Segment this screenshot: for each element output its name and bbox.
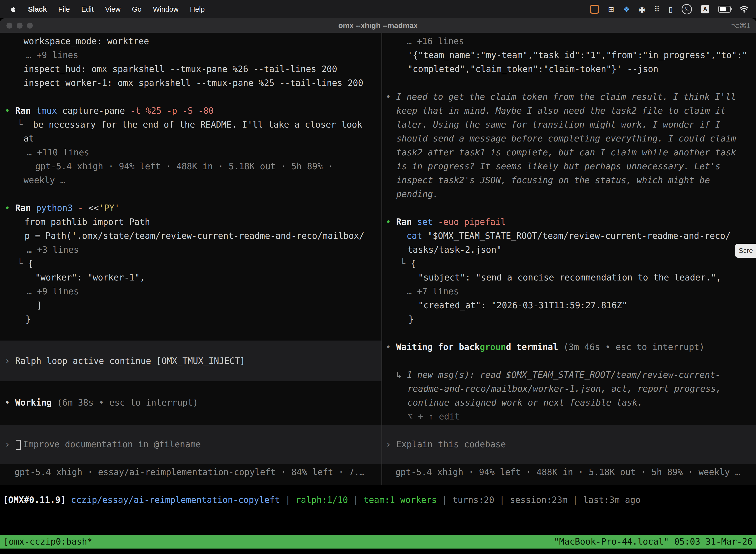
text-segment: | bbox=[437, 495, 452, 505]
close-button[interactable] bbox=[6, 22, 12, 29]
terminal-line: └ be necessary for the end of the README… bbox=[17, 118, 362, 131]
menu-view[interactable]: View bbox=[105, 5, 121, 13]
text-segment: Ralph loop active continue [OMX_TMUX_INJ… bbox=[15, 356, 245, 366]
terminal-line: is in progress? It seems likely but perh… bbox=[396, 159, 720, 173]
text-segment: ] bbox=[37, 300, 42, 310]
text-segment: … +110 lines bbox=[26, 148, 89, 157]
menu-help[interactable]: Help bbox=[190, 5, 205, 13]
text-segment: -euo pipefail bbox=[438, 217, 506, 227]
terminal-line: tasks/task-2.json" bbox=[407, 243, 502, 257]
text-segment: } bbox=[25, 314, 31, 324]
screen-recording-icon[interactable] bbox=[590, 5, 599, 14]
menu-bar-status-icons: ⊞ ❖ ◉ ⠿ ▯ 61 A bbox=[590, 4, 756, 14]
text-segment: Explain this codebase bbox=[396, 439, 506, 449]
terminal-pane-right: … +16 lines'{"team_name":"my-team","task… bbox=[382, 33, 756, 485]
text-segment: - bbox=[78, 203, 88, 213]
terminal-line: └ { bbox=[17, 257, 33, 271]
terminal-line: p = Path('.omx/state/team/review-current… bbox=[24, 229, 364, 243]
window-title: omx --xhigh --madmax bbox=[0, 21, 756, 30]
text-segment: | bbox=[494, 495, 510, 505]
terminal: workspace_mode: worktree… +9 linesinspec… bbox=[0, 33, 756, 485]
text-segment: | bbox=[348, 495, 364, 505]
text-segment: "$OMX_TEAM_STATE_ROOT/team/review-curren… bbox=[427, 231, 731, 241]
terminal-line: › Ralph loop active continue [OMX_TMUX_I… bbox=[5, 354, 245, 368]
terminal-line: } bbox=[25, 312, 31, 326]
text-segment: | bbox=[280, 495, 296, 505]
text-segment: … +7 lines bbox=[406, 286, 459, 296]
hidden-bar-icon[interactable]: ▯ bbox=[669, 5, 673, 14]
app-grid-icon[interactable]: ⠿ bbox=[654, 5, 660, 14]
text-segment: (6m 38s • esc to interrupt) bbox=[57, 398, 198, 407]
text-segment: groun bbox=[480, 342, 506, 352]
terminal-line: … +3 lines bbox=[26, 243, 79, 257]
text-segment: … +9 lines bbox=[26, 50, 78, 60]
text-segment: (3m 46s • esc to interrupt) bbox=[558, 342, 704, 352]
tmux-status-bar: [omx-cczip0:bash* "MacBook-Pro-44.local"… bbox=[0, 535, 756, 549]
text-segment: p = Path('.omx/state/team/review-current… bbox=[24, 231, 364, 241]
terminal-line: └ { bbox=[400, 257, 416, 271]
window-manager-icon[interactable]: ⊞ bbox=[608, 5, 614, 14]
dark-app-icon[interactable]: ◉ bbox=[639, 5, 645, 14]
text-segment: '{"team_name":"my-team","task_id":"1","f… bbox=[407, 50, 747, 60]
text-segment: last:3m ago bbox=[583, 495, 641, 505]
text-segment: is in progress? It seems likely but perh… bbox=[396, 161, 720, 171]
blue-app-icon[interactable]: ❖ bbox=[623, 5, 630, 14]
text-segment: └ bbox=[17, 120, 33, 129]
menu-go[interactable]: Go bbox=[132, 5, 142, 13]
terminal-line: • Ran python3 - <<'PY' bbox=[5, 201, 120, 215]
text-cursor bbox=[16, 440, 21, 450]
text-segment: << bbox=[88, 203, 99, 213]
apple-menu-icon[interactable] bbox=[10, 5, 17, 13]
text-segment: › bbox=[5, 439, 15, 449]
terminal-line: … +7 lines bbox=[406, 284, 459, 298]
text-segment: … +3 lines bbox=[26, 245, 79, 255]
tmux-session-window: [omx-cczip0:bash* bbox=[3, 537, 92, 547]
text-segment: { bbox=[411, 259, 416, 269]
terminal-line: gpt-5.4 xhigh · essay/ai-reimplementatio… bbox=[14, 465, 365, 479]
text-segment: team:1 workers bbox=[364, 495, 437, 505]
zoom-button[interactable] bbox=[27, 22, 33, 29]
text-segment: • bbox=[386, 92, 396, 102]
terminal-line: • Ran set -euo pipefail bbox=[386, 215, 506, 229]
screenshot-thumbnail[interactable]: Scre bbox=[735, 244, 756, 258]
terminal-line: "subject": "send a concise recommendatio… bbox=[418, 271, 721, 284]
terminal-line: › Explain this codebase bbox=[386, 437, 506, 451]
text-segment: Waiting for back bbox=[396, 342, 480, 352]
text-segment: later. Using the same for transition mig… bbox=[396, 120, 720, 129]
terminal-line: weekly … bbox=[23, 173, 65, 187]
window-title-bar[interactable]: omx --xhigh --madmax ⌥⌘1 bbox=[0, 18, 756, 33]
terminal-line: … +110 lines bbox=[26, 146, 89, 159]
text-segment: └ bbox=[17, 259, 28, 269]
menu-bar-left: Slack File Edit View Go Window Help bbox=[0, 5, 205, 13]
terminal-line: task2 after task1 is complete, but can I… bbox=[396, 146, 736, 159]
menu-edit[interactable]: Edit bbox=[81, 5, 94, 13]
terminal-line: • Working (6m 38s • esc to interrupt) bbox=[5, 396, 198, 409]
text-segment: gpt-5.4 xhigh · 94% left · 488K in · 5.1… bbox=[395, 467, 740, 477]
battery-percentage-icon[interactable]: 61 bbox=[682, 4, 692, 14]
battery-icon[interactable] bbox=[718, 6, 731, 13]
menu-window[interactable]: Window bbox=[153, 5, 179, 13]
text-segment: | bbox=[567, 495, 583, 505]
text-segment: tasks/task-2.json" bbox=[407, 245, 502, 255]
menu-bar: Slack File Edit View Go Window Help ⊞ ❖ … bbox=[0, 0, 756, 18]
text-segment: Ran bbox=[15, 106, 36, 116]
active-app-name[interactable]: Slack bbox=[28, 5, 47, 13]
menu-file[interactable]: File bbox=[58, 5, 70, 13]
text-segment: { bbox=[28, 259, 33, 269]
wifi-icon[interactable] bbox=[740, 5, 749, 13]
text-segment: • bbox=[5, 398, 15, 407]
text-segment: at bbox=[23, 133, 34, 144]
window-controls bbox=[0, 22, 33, 29]
terminal-line: gpt-5.4 xhigh · 94% left · 488K in · 5.1… bbox=[395, 465, 740, 479]
terminal-line: ] bbox=[37, 298, 42, 312]
text-segment: gpt-5.4 xhigh · essay/ai-reimplementatio… bbox=[14, 467, 365, 477]
text-segment: tmux bbox=[36, 106, 62, 116]
minimize-button[interactable] bbox=[17, 22, 22, 29]
text-segment: should send a message before completing … bbox=[396, 133, 736, 144]
text-segment: • bbox=[5, 203, 15, 213]
terminal-line: cat "$OMX_TEAM_STATE_ROOT/team/review-cu… bbox=[406, 229, 731, 243]
tmux-host-clock: "MacBook-Pro-44.local" 05:03 31-Mar-26 bbox=[554, 537, 753, 547]
input-source-icon[interactable]: A bbox=[701, 5, 709, 13]
text-segment: set bbox=[417, 217, 438, 227]
window-shortcut-hint: ⌥⌘1 bbox=[731, 21, 756, 30]
